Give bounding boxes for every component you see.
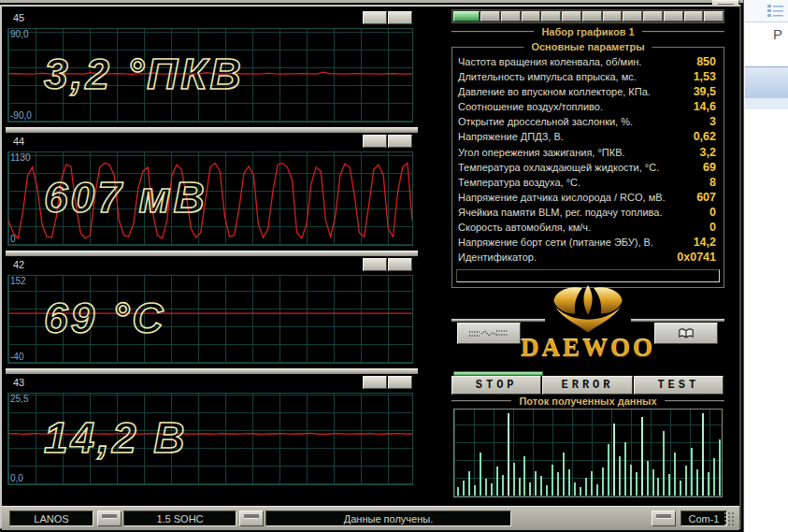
stream-spike: [463, 481, 465, 496]
control-button-row: STOP ERROR TEST: [451, 376, 724, 395]
stream-spike: [535, 471, 537, 496]
log-book-button[interactable]: [654, 323, 718, 344]
stream-spike: [457, 487, 459, 496]
param-label: Напряжение борт сети (питание ЭБУ), В.: [456, 237, 653, 248]
stream-spike: [563, 453, 565, 496]
stream-spike: [491, 483, 493, 496]
list-icon: [767, 5, 784, 18]
progress-segment-3: [522, 11, 541, 22]
param-row: Давление во впускном коллекторе, КПа.39,…: [456, 85, 720, 100]
background-window-label: P: [773, 26, 782, 42]
com-port-field: Com-1: [681, 510, 727, 526]
graph-scale-button[interactable]: [363, 258, 387, 271]
graph-plot-uo2sens: 11300607 мВ: [7, 151, 413, 246]
param-row: Угол опережения зажигания, °ПКВ.3,2: [456, 146, 720, 161]
graph-set-title: Набор графиков 1: [534, 26, 641, 37]
graph-options-button[interactable]: [388, 258, 412, 271]
param-label: Открытие дроссельной заслонки, %.: [456, 116, 633, 127]
graph-header: 44UO2SENSВыходное напряжение датчика кис…: [6, 133, 418, 151]
graph-header-buttons: [362, 11, 412, 24]
graph-panel-uoz: 45UOZУгол опережения зажигания.90,0-90,0…: [6, 9, 418, 127]
param-row: Скорость автомобиля, км/ч.0: [456, 221, 720, 236]
param-label: Идентификатор.: [456, 252, 537, 263]
graph-scale-button[interactable]: [363, 376, 387, 389]
param-value: 39,5: [694, 85, 720, 98]
stream-spike: [713, 458, 715, 496]
waveform-view-button[interactable]: [457, 323, 521, 344]
stream-spike: [624, 442, 626, 496]
graph-current-value: 3,2 °ПКВ: [44, 48, 244, 98]
graph-scale-button[interactable]: [363, 135, 387, 148]
legend-line: [665, 400, 724, 401]
graph-panel-uo2sens: 44UO2SENSВыходное напряжение датчика кис…: [6, 133, 418, 251]
param-row: Идентификатор.0x0741: [456, 251, 720, 266]
graph-panel-ubat: 43UBATНапряжение борт сети (питание ЭБУ)…: [6, 374, 418, 490]
test-button[interactable]: TEST: [634, 376, 724, 395]
param-row: Длительность импульса впрыска, мс.1,53: [456, 70, 720, 85]
param-value: 0,62: [694, 130, 720, 143]
stream-spike: [596, 484, 598, 496]
model-select-button[interactable]: [97, 510, 122, 526]
graph-options-button[interactable]: [388, 11, 412, 24]
legend-line: [451, 400, 511, 401]
stop-button[interactable]: STOP: [451, 376, 541, 395]
stream-spike: [696, 469, 698, 496]
stream-spike: [468, 471, 470, 496]
param-value: 0: [709, 206, 720, 219]
graph-current-value: 14,2 В: [44, 411, 188, 462]
graph-plot-uoz: 90,0-90,03,2 °ПКВ: [7, 28, 413, 122]
graph-scale-button[interactable]: [363, 11, 387, 24]
stream-spike: [619, 456, 621, 496]
param-label: Напряжение ДПДЗ, В.: [456, 131, 564, 142]
engine-field: 1.5 SOHC: [123, 510, 236, 526]
stream-spike: [485, 479, 487, 496]
parameters-table: Частота вращения коленвала, об/мин.850Дл…: [456, 55, 720, 282]
engine-select-button[interactable]: [239, 510, 264, 526]
progress-segment-8: [623, 11, 642, 22]
graph-options-button[interactable]: [388, 135, 412, 148]
param-label: Длительность импульса впрыска, мс.: [456, 71, 637, 82]
stream-spike: [613, 424, 615, 496]
stream-spike: [480, 453, 481, 496]
graph-plot-twat: 152-4069 °C: [7, 275, 413, 364]
button-slot: [102, 514, 117, 519]
param-label: Давление во впускном коллекторе, КПа.: [456, 86, 651, 97]
param-label: Соотношение воздух/топливо.: [456, 101, 603, 112]
stream-title: Поток полученных данных: [511, 395, 664, 407]
stream-spike: [568, 469, 570, 496]
resize-grip[interactable]: [724, 511, 736, 525]
param-row: Напряжение ДПДЗ, В.0,62: [456, 130, 720, 145]
stream-spike: [591, 471, 593, 496]
stream-spike: [685, 466, 687, 496]
stream-spike: [708, 472, 709, 496]
param-label: Скорость автомобиля, км/ч.: [456, 222, 591, 233]
graph-plot-ubat: 25,50,014,2 В: [7, 393, 413, 485]
graph-current-value: 69 °C: [44, 292, 166, 342]
graph-options-button[interactable]: [388, 376, 412, 389]
stream-spike: [513, 463, 515, 496]
stream-header: Поток полученных данных: [451, 395, 724, 407]
param-row: Температура охлаждающей жидкости, °С.69: [456, 161, 720, 176]
stream-spike: [519, 478, 521, 496]
param-value: 8: [709, 176, 720, 189]
param-empty-row: [456, 269, 720, 282]
error-button[interactable]: ERROR: [542, 376, 632, 395]
stream-spike: [630, 465, 632, 496]
progress-segment-bar: [451, 9, 724, 23]
param-label: Частота вращения коленвала, об/мин.: [456, 56, 641, 67]
progress-segment-7: [603, 11, 623, 22]
graph-header: 45UOZУгол опережения зажигания.: [6, 9, 418, 28]
button-slot: [244, 514, 259, 519]
progress-segment-10: [664, 11, 683, 22]
param-value: 3,2: [700, 146, 720, 159]
stream-spike: [474, 485, 476, 496]
param-value: 850: [696, 55, 720, 68]
car-model-field: LANOS: [9, 510, 93, 526]
param-value: 14,6: [694, 100, 720, 113]
port-select-button[interactable]: [652, 510, 676, 526]
graph-header-buttons: [362, 376, 412, 389]
progress-segment-5: [562, 11, 581, 22]
graph-number: 43: [13, 374, 418, 392]
param-value: 3: [709, 115, 720, 128]
stream-spike: [691, 448, 693, 496]
